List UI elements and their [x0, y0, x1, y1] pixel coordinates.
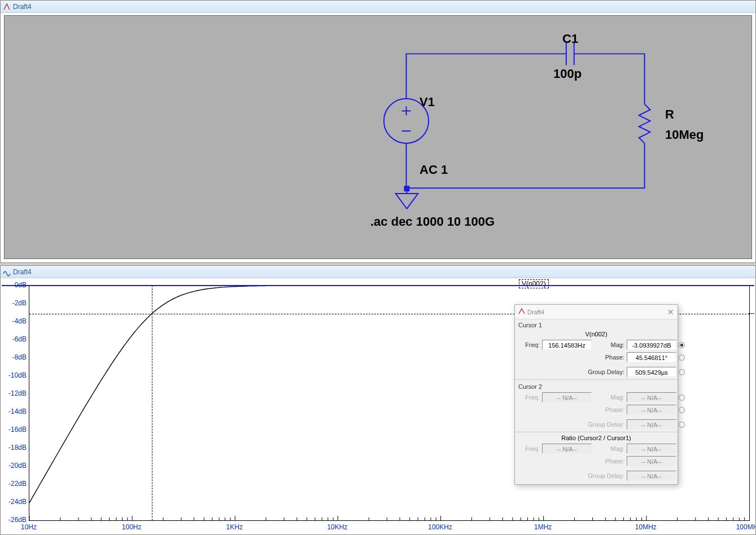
ratio-section-label: Ratio (Cursor2 / Cursor1) — [515, 433, 678, 442]
c1-value[interactable]: 100p — [553, 67, 582, 81]
c1-gd-radio[interactable] — [679, 369, 685, 375]
c1-phase-radio[interactable] — [679, 354, 685, 361]
c1-gd-label: Group Delay: — [542, 369, 624, 375]
c2-mag-label: Mag: — [594, 394, 624, 401]
c2-freq-label: Freq: — [518, 394, 540, 401]
c2-phase-value: -- N/A-- — [627, 405, 676, 415]
svg-rect-1 — [405, 186, 409, 191]
cursor-dialog[interactable]: Draft4 ✕ Cursor 1 V(n002) Freq: 156.1458… — [514, 304, 678, 485]
c1-gd-value[interactable]: 509.5429µs — [627, 367, 676, 377]
close-icon[interactable]: ✕ — [667, 308, 674, 317]
c1-mag-radio[interactable] — [679, 342, 685, 348]
r1-name[interactable]: R — [665, 107, 674, 122]
c1-phase-label: Phase: — [594, 354, 624, 361]
cursor1-section-label: Cursor 1 — [515, 319, 678, 330]
cursor-dialog-title: Draft4 — [527, 309, 544, 315]
c2-phase-label: Phase: — [594, 406, 624, 413]
r1-value[interactable]: 10Meg — [665, 128, 703, 142]
y-tick: -12dB — [3, 389, 27, 397]
x-tick: 10Hz — [21, 523, 37, 531]
c2-gd-label: Group Delay: — [542, 421, 624, 428]
x-tick: 10KHz — [327, 523, 347, 531]
plot-titlebar[interactable]: Draft4 — [1, 266, 755, 278]
ltspice-icon — [518, 308, 525, 316]
ratio-mag-label: Mag: — [594, 445, 624, 452]
x-tick: 1KHz — [226, 523, 243, 531]
y-tick: -16dB — [3, 426, 27, 433]
y-tick: -24dB — [3, 498, 27, 506]
c2-gd-value: -- N/A-- — [627, 419, 676, 429]
waveform-icon — [3, 268, 11, 276]
c1-mag-label: Mag: — [594, 341, 624, 348]
plot-title: Draft4 — [13, 268, 32, 276]
c2-mag-value: -- N/A-- — [627, 392, 676, 402]
v1-value[interactable]: AC 1 — [419, 163, 448, 177]
c2-freq-value: -- N/A-- — [542, 392, 592, 402]
plot-window: Draft4 V(n002) 0dB-2dB-4dB-6dB-8dB-10dB-… — [0, 265, 756, 535]
y-tick: -20dB — [3, 462, 27, 470]
c2-mag-radio[interactable] — [679, 394, 685, 401]
cursor1-trace: V(n002) — [515, 330, 678, 339]
c2-phase-radio[interactable] — [679, 407, 685, 413]
y-tick: -18dB — [3, 444, 27, 451]
schematic-titlebar[interactable]: Draft4 — [1, 1, 755, 13]
x-tick: 10MHz — [635, 523, 657, 531]
c1-name[interactable]: C1 — [562, 32, 578, 46]
c2-gd-radio[interactable] — [679, 422, 685, 428]
spice-directive[interactable]: .ac dec 1000 10 100G — [370, 214, 495, 229]
c1-freq-label: Freq: — [518, 341, 540, 348]
x-tick: 100KHz — [428, 523, 452, 531]
cursor-vertical[interactable] — [152, 286, 152, 520]
ratio-freq-value: -- N/A-- — [542, 444, 592, 454]
y-tick: -22dB — [3, 480, 27, 488]
y-tick: -2dB — [3, 299, 27, 307]
x-tick: 1MHz — [534, 523, 552, 531]
ratio-gd-value: -- N/A-- — [627, 471, 676, 481]
ratio-mag-value: -- N/A-- — [627, 444, 676, 454]
c1-phase-value[interactable]: 45.546811° — [627, 352, 676, 362]
y-tick: -26dB — [3, 516, 27, 524]
ltspice-icon — [3, 3, 11, 11]
y-tick: -10dB — [3, 371, 27, 379]
schematic-window: Draft4 — [0, 0, 756, 263]
x-tick: 100MHz — [736, 523, 756, 531]
y-tick: -6dB — [3, 335, 27, 343]
cursor2-section-label: Cursor 2 — [515, 381, 678, 391]
ratio-freq-label: Freq: — [518, 445, 540, 452]
c1-freq-value[interactable]: 156.14583Hz — [542, 340, 592, 350]
ratio-phase-label: Phase: — [594, 458, 624, 464]
y-tick: -8dB — [3, 353, 27, 361]
ratio-phase-value: -- N/A-- — [627, 456, 676, 466]
x-tick: 100Hz — [122, 523, 142, 531]
c1-mag-value[interactable]: -3.0939927dB — [627, 340, 676, 350]
cursor-dialog-titlebar[interactable]: Draft4 ✕ — [515, 305, 678, 319]
schematic-canvas[interactable]: V1 AC 1 C1 100p R 10Meg .ac dec 1000 10 … — [4, 15, 752, 259]
y-tick: -14dB — [3, 407, 27, 415]
y-tick: -4dB — [3, 317, 27, 325]
ratio-gd-label: Group Delay: — [542, 472, 624, 479]
schematic-title: Draft4 — [13, 3, 32, 11]
v1-name[interactable]: V1 — [419, 95, 435, 109]
